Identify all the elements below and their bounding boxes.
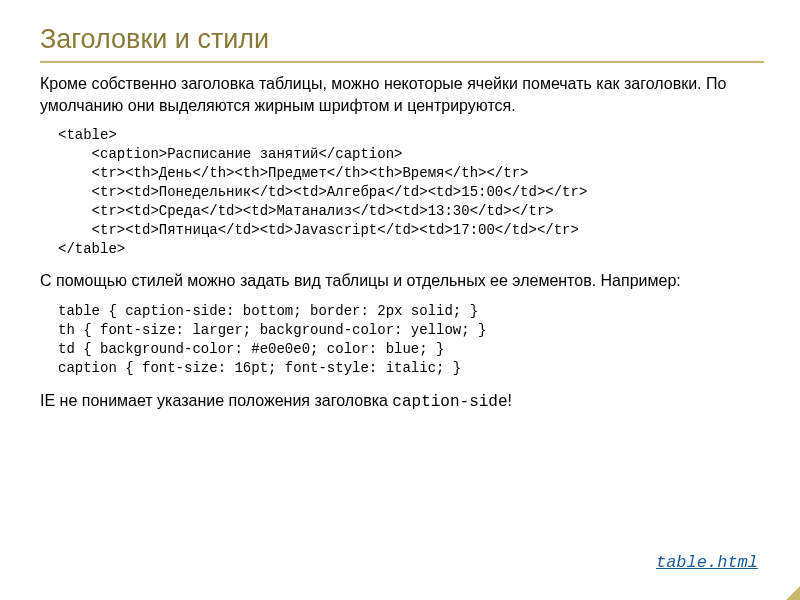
- note-text-suffix: !: [508, 392, 512, 409]
- ie-note: IE не понимает указание положения заголо…: [40, 392, 764, 411]
- note-text-prefix: IE не понимает указание положения заголо…: [40, 392, 392, 409]
- table-html-link[interactable]: table.html: [656, 553, 758, 572]
- slide-title: Заголовки и стили: [40, 24, 764, 63]
- intro-paragraph: Кроме собственно заголовка таблицы, можн…: [40, 73, 764, 116]
- styles-paragraph: С помощью стилей можно задать вид таблиц…: [40, 270, 764, 292]
- corner-decoration: [786, 586, 800, 600]
- slide: Заголовки и стили Кроме собственно загол…: [0, 0, 800, 600]
- code-block-css: table { caption-side: bottom; border: 2p…: [58, 302, 764, 378]
- code-block-table: <table> <caption>Расписание занятий</cap…: [58, 126, 764, 258]
- note-code-term: caption-side: [392, 393, 507, 411]
